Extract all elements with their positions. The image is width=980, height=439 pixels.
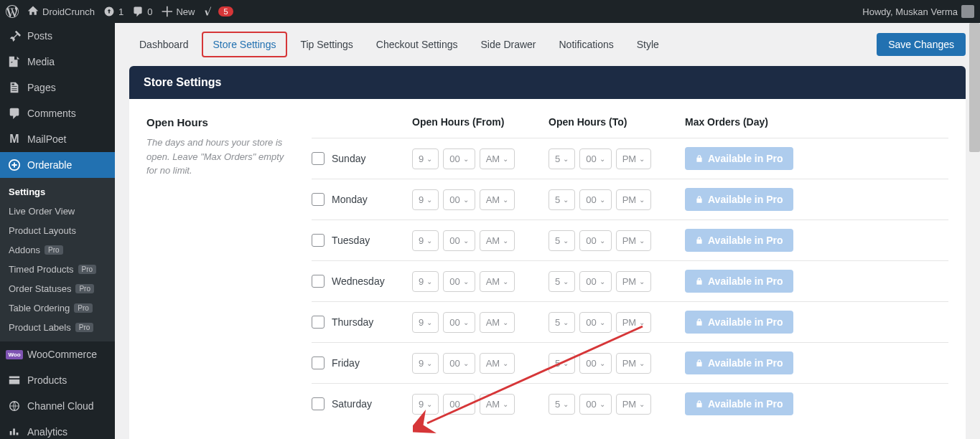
from-ampm-select[interactable]: AM ⌄	[480, 148, 515, 169]
from-min-select[interactable]: 00 ⌄	[443, 353, 475, 374]
tab-dashboard[interactable]: Dashboard	[129, 33, 199, 56]
from-ampm-select[interactable]: AM ⌄	[480, 271, 515, 292]
header-to: Open Hours (To)	[549, 116, 685, 128]
submenu-product-layouts[interactable]: Product Layouts	[0, 221, 115, 240]
from-min-select[interactable]: 00 ⌄	[443, 230, 475, 251]
from-min-select[interactable]: 00 ⌄	[443, 312, 475, 333]
sidebar-item-orderable[interactable]: Orderable	[0, 152, 115, 178]
sidebar-item-posts[interactable]: Posts	[0, 23, 115, 49]
tab-style[interactable]: Style	[627, 33, 669, 56]
submenu-product-labels[interactable]: Product LabelsPro	[0, 318, 115, 337]
sidebar-item-pages[interactable]: Pages	[0, 75, 115, 100]
available-in-pro-button[interactable]: Available in Pro	[685, 351, 793, 374]
to-min-select[interactable]: 00 ⌄	[579, 353, 611, 374]
to-min-select[interactable]: 00 ⌄	[579, 148, 611, 169]
to-min-select[interactable]: 00 ⌄	[579, 189, 611, 210]
from-hour-select[interactable]: 9 ⌄	[412, 353, 439, 374]
to-ampm-select[interactable]: PM ⌄	[616, 312, 652, 333]
submenu-table-ordering[interactable]: Table OrderingPro	[0, 298, 115, 318]
submenu-live-order[interactable]: Live Order View	[0, 202, 115, 221]
main-content: Dashboard Store Settings Tip Settings Ch…	[115, 23, 980, 439]
sidebar-item-analytics[interactable]: Analytics	[0, 419, 115, 439]
from-hour-select[interactable]: 9 ⌄	[412, 312, 439, 333]
from-ampm-select[interactable]: AM ⌄	[480, 230, 515, 251]
from-min-select[interactable]: 00 ⌄	[443, 189, 475, 210]
hours-row: Friday 9 ⌄ 00 ⌄ AM ⌄ 5 ⌄ 00 ⌄ PM ⌄ Avail…	[312, 342, 948, 383]
from-ampm-select[interactable]: AM ⌄	[480, 312, 515, 333]
from-min-select[interactable]: 00 ⌄	[443, 271, 475, 292]
to-hour-select[interactable]: 5 ⌄	[549, 312, 575, 333]
tab-notifications[interactable]: Notifications	[549, 33, 624, 56]
from-hour-select[interactable]: 9 ⌄	[412, 230, 439, 251]
sidebar-item-mailpoet[interactable]: MMailPoet	[0, 126, 115, 152]
to-hour-select[interactable]: 5 ⌄	[549, 271, 575, 292]
tab-store-settings[interactable]: Store Settings	[202, 32, 288, 57]
to-hour-select[interactable]: 5 ⌄	[549, 148, 575, 169]
chevron-down-icon: ⌄	[563, 400, 569, 408]
save-changes-button[interactable]: Save Changes	[877, 33, 966, 56]
vertical-scrollbar[interactable]	[969, 23, 980, 439]
sidebar-item-channel-cloud[interactable]: Channel Cloud	[0, 393, 115, 419]
day-checkbox[interactable]	[312, 152, 325, 165]
sidebar-item-products[interactable]: Products	[0, 367, 115, 393]
lock-icon	[695, 277, 704, 285]
to-min-select[interactable]: 00 ⌄	[579, 230, 611, 251]
to-ampm-select[interactable]: PM ⌄	[616, 189, 652, 210]
submenu-timed-products[interactable]: Timed ProductsPro	[0, 260, 115, 279]
from-hour-select[interactable]: 9 ⌄	[412, 148, 439, 169]
sidebar-item-media[interactable]: Media	[0, 49, 115, 75]
tab-tip-settings[interactable]: Tip Settings	[290, 33, 363, 56]
to-ampm-select[interactable]: PM ⌄	[616, 230, 652, 251]
howdy-link[interactable]: Howdy, Muskan Verma	[862, 5, 974, 18]
from-ampm-select[interactable]: AM ⌄	[480, 394, 515, 415]
from-hour-select[interactable]: 9 ⌄	[412, 394, 439, 415]
day-checkbox[interactable]	[312, 275, 325, 288]
submenu-settings[interactable]: Settings	[0, 182, 115, 202]
available-in-pro-button[interactable]: Available in Pro	[685, 392, 793, 415]
sidebar-item-woocommerce[interactable]: WooWooCommerce	[0, 341, 115, 367]
pro-badge: Pro	[74, 303, 93, 313]
submenu-addons[interactable]: AddonsPro	[0, 240, 115, 260]
wp-logo[interactable]	[6, 5, 19, 18]
chevron-down-icon: ⌄	[463, 278, 469, 285]
tab-checkout-settings[interactable]: Checkout Settings	[366, 33, 468, 56]
available-in-pro-button[interactable]: Available in Pro	[685, 188, 793, 211]
sidebar-item-comments[interactable]: Comments	[0, 100, 115, 126]
to-hour-select[interactable]: 5 ⌄	[549, 230, 575, 251]
day-checkbox[interactable]	[312, 234, 325, 247]
day-checkbox[interactable]	[312, 357, 325, 369]
chevron-down-icon: ⌄	[563, 155, 569, 163]
submenu-order-statuses[interactable]: Order StatusesPro	[0, 279, 115, 298]
to-ampm-select[interactable]: PM ⌄	[616, 271, 652, 292]
day-checkbox[interactable]	[312, 193, 325, 206]
from-ampm-select[interactable]: AM ⌄	[480, 189, 515, 210]
from-min-select[interactable]: 00 ⌄	[443, 394, 475, 415]
to-min-select[interactable]: 00 ⌄	[579, 312, 611, 333]
to-ampm-select[interactable]: PM ⌄	[616, 148, 652, 169]
available-in-pro-button[interactable]: Available in Pro	[685, 311, 793, 334]
to-min-select[interactable]: 00 ⌄	[579, 394, 611, 415]
site-home-link[interactable]: DroidCrunch	[27, 6, 95, 17]
day-name: Sunday	[332, 153, 365, 164]
from-ampm-select[interactable]: AM ⌄	[480, 353, 515, 374]
tab-side-drawer[interactable]: Side Drawer	[470, 33, 546, 56]
to-hour-select[interactable]: 5 ⌄	[549, 394, 575, 415]
to-hour-select[interactable]: 5 ⌄	[549, 189, 575, 210]
new-link[interactable]: New	[161, 6, 195, 17]
available-in-pro-button[interactable]: Available in Pro	[685, 229, 793, 252]
day-checkbox[interactable]	[312, 316, 325, 329]
updates-link[interactable]: 1	[103, 6, 123, 17]
to-ampm-select[interactable]: PM ⌄	[616, 353, 652, 374]
day-checkbox[interactable]	[312, 397, 325, 410]
from-min-select[interactable]: 00 ⌄	[443, 148, 475, 169]
available-in-pro-button[interactable]: Available in Pro	[685, 147, 793, 170]
comments-link[interactable]: 0	[132, 6, 152, 17]
available-in-pro-button[interactable]: Available in Pro	[685, 270, 793, 293]
yoast-link[interactable]: 5	[203, 6, 233, 17]
from-hour-select[interactable]: 9 ⌄	[412, 271, 439, 292]
from-hour-select[interactable]: 9 ⌄	[412, 189, 439, 210]
to-min-select[interactable]: 00 ⌄	[579, 271, 611, 292]
to-hour-select[interactable]: 5 ⌄	[549, 353, 575, 374]
chevron-down-icon: ⌄	[503, 318, 508, 326]
to-ampm-select[interactable]: PM ⌄	[616, 394, 652, 415]
